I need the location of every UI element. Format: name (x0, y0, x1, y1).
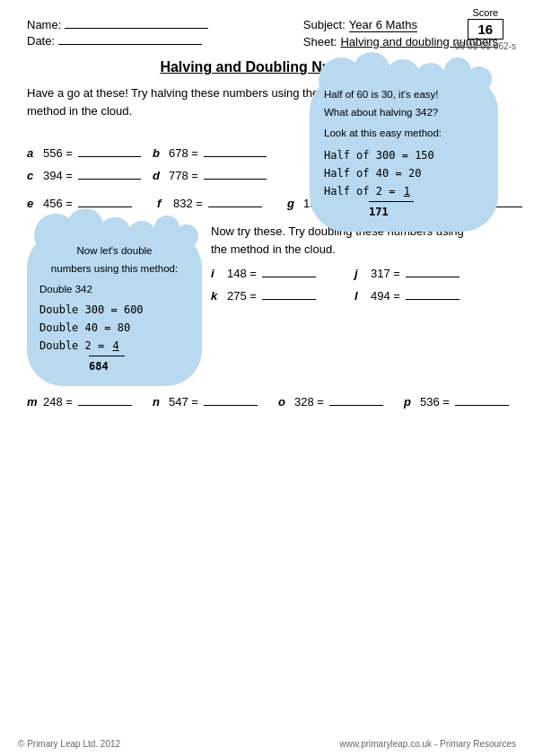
question-l: l 494 = (355, 289, 471, 303)
label-d: d (153, 169, 165, 182)
cloud-halving-calc2: Half of 40 = 20 (324, 164, 484, 182)
cloud-line3: Look at this easy method: (324, 125, 484, 143)
label-g: g (287, 197, 300, 210)
doubling-row-ij: i 148 = j 317 = (211, 267, 507, 280)
question-b: b 678 = (153, 146, 269, 160)
cloud-halving-result: 171 (369, 201, 414, 221)
cloud-line1: Half of 60 is 30, it's easy! (324, 86, 484, 104)
answer-l[interactable] (406, 299, 460, 300)
question-k-text: 275 = (227, 289, 257, 303)
question-o-text: 328 = (294, 395, 324, 409)
halving-cloud-container: Half of 60 is 30, it's easy! What about … (310, 75, 498, 232)
question-a-text: 556 = (43, 146, 73, 160)
footer: © Primary Leap Ltd. 2012 www.primaryleap… (0, 739, 534, 749)
name-field-row: Name: (27, 18, 208, 31)
answer-d[interactable] (204, 179, 267, 180)
question-n-text: 547 = (169, 395, 198, 409)
answer-o[interactable] (329, 405, 383, 406)
question-o: o 328 = (278, 395, 404, 409)
question-p: p 536 = (404, 395, 512, 409)
score-value: 16 (468, 19, 503, 40)
left-fields: Name: Date: (27, 18, 208, 48)
doubling-right-side: Now try these. Try doubling these number… (211, 223, 507, 312)
cloud-double-calc1: Double 300 = 600 (39, 301, 189, 319)
name-label: Name: (27, 18, 61, 31)
question-c-text: 394 = (43, 169, 73, 182)
question-i-text: 148 = (227, 267, 257, 280)
answer-i[interactable] (262, 277, 316, 277)
answer-e[interactable] (78, 207, 132, 207)
doubling-row-mnop: m 248 = n 547 = o 328 = p 536 = (27, 395, 507, 409)
score-box: Score 16 06-01-01-062-s (455, 7, 516, 51)
label-l: l (355, 289, 367, 303)
question-b-text: 678 = (169, 146, 198, 160)
subject-value: Year 6 Maths (349, 18, 417, 32)
header-fields: Name: Date: Subject: Year 6 Maths Sheet:… (27, 18, 507, 48)
name-input-line (65, 28, 208, 29)
label-k: k (211, 289, 223, 303)
answer-m[interactable] (78, 405, 132, 406)
question-c: c 394 = (27, 169, 144, 182)
question-f-text: 832 = (173, 197, 203, 210)
label-n: n (153, 395, 165, 409)
subject-label: Subject: (303, 18, 346, 31)
date-input-line (58, 44, 202, 45)
cloud-halving-calc1: Half of 300 = 150 (324, 146, 484, 164)
label-c: c (27, 169, 39, 182)
score-label: Score (455, 7, 516, 18)
question-a: a 556 = (27, 146, 144, 160)
label-f: f (157, 197, 170, 210)
question-i: i 148 = (211, 267, 346, 280)
halving-cloud: Half of 60 is 30, it's easy! What about … (310, 75, 498, 232)
footer-right: www.primaryleap.co.uk - Primary Resource… (339, 739, 516, 749)
label-a: a (27, 146, 39, 160)
answer-c[interactable] (78, 179, 141, 180)
label-i: i (211, 267, 223, 280)
question-e-text: 456 = (43, 197, 73, 210)
label-o: o (278, 395, 291, 409)
label-b: b (153, 146, 165, 160)
answer-k[interactable] (262, 299, 316, 300)
question-m: m 248 = (27, 395, 153, 409)
question-j: j 317 = (355, 267, 471, 280)
label-j: j (355, 267, 367, 280)
cloud-double-line2: numbers using this method: (51, 263, 178, 274)
answer-f[interactable] (208, 207, 262, 207)
sheet-label: Sheet: (303, 35, 337, 48)
question-p-text: 536 = (420, 395, 450, 409)
footer-left: © Primary Leap Ltd. 2012 (18, 739, 120, 749)
question-k: k 275 = (211, 289, 346, 303)
answer-p[interactable] (455, 405, 509, 406)
cloud-double-title: Double 342 (39, 281, 189, 299)
question-l-text: 494 = (371, 289, 400, 303)
cloud-double-line1: Now let's double (76, 245, 152, 256)
cloud-double-calc2: Double 40 = 80 (39, 319, 189, 337)
cloud-halving-calc3: Half of 2 = 1 (324, 182, 484, 200)
cloud-double-calc3: Double 2 = 4 (39, 337, 189, 355)
label-m: m (27, 395, 39, 409)
question-d-text: 778 = (169, 169, 198, 182)
doubling-section: Now let's double numbers using this meth… (27, 223, 507, 409)
date-label: Date: (27, 34, 55, 48)
question-j-text: 317 = (371, 267, 400, 280)
halving-section: Have a go at these! Try halving these nu… (27, 84, 507, 182)
doubling-cloud: Now let's double numbers using this meth… (27, 232, 202, 386)
cloud-line2: What about halving 342? (324, 104, 484, 122)
question-d: d 778 = (153, 169, 269, 182)
label-e: e (27, 197, 39, 210)
score-code: 06-01-01-062-s (455, 41, 516, 51)
answer-b[interactable] (204, 156, 267, 157)
date-field-row: Date: (27, 34, 208, 48)
question-n: n 547 = (153, 395, 278, 409)
answer-n[interactable] (204, 405, 258, 406)
answer-a[interactable] (78, 156, 141, 157)
doubling-row-kl: k 275 = l 494 = (211, 289, 507, 303)
label-p: p (404, 395, 416, 409)
cloud-double-result: 684 (89, 356, 125, 375)
question-e: e 456 = (27, 197, 157, 210)
answer-j[interactable] (406, 277, 460, 277)
question-f: f 832 = (157, 197, 287, 210)
question-m-text: 248 = (43, 395, 73, 409)
doubling-cloud-container: Now let's double numbers using this meth… (27, 232, 202, 386)
